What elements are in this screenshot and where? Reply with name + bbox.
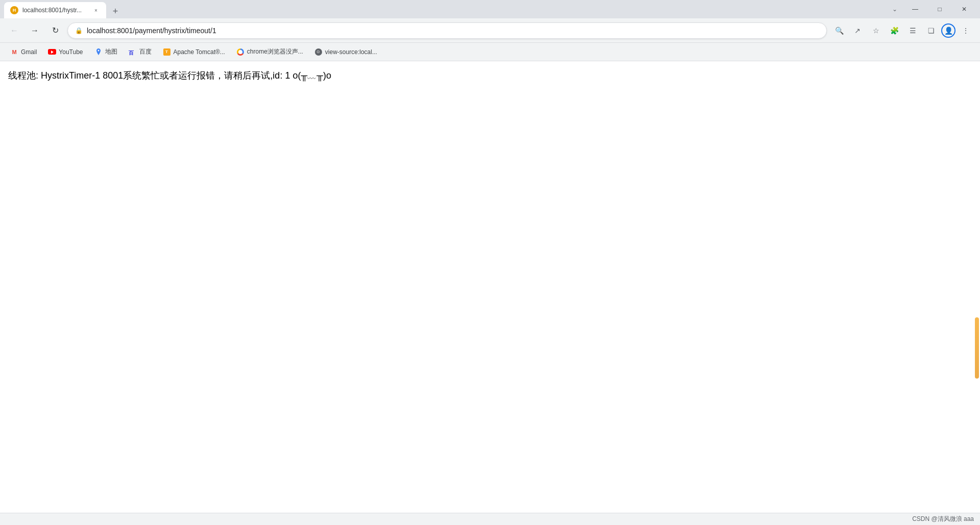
- gmail-favicon: M: [10, 48, 18, 56]
- status-bar: CSDN @清风微浪 aaa: [0, 513, 980, 525]
- title-bar-extras: ⌄: [892, 6, 897, 13]
- bookmark-star-button[interactable]: ☆: [868, 22, 884, 39]
- svg-text:百: 百: [129, 50, 134, 56]
- reload-button[interactable]: ↻: [47, 22, 63, 39]
- bookmark-gmail-label: Gmail: [21, 48, 37, 56]
- sidebar-button[interactable]: ❏: [923, 22, 939, 39]
- title-bar: H localhost:8001/hystr... × + ⌄ — □ ✕: [0, 0, 980, 18]
- reading-list-button[interactable]: ☰: [904, 22, 921, 39]
- address-lock-icon: 🔒: [75, 27, 83, 34]
- tab-close-button[interactable]: ×: [92, 6, 100, 14]
- viewsource-favicon: ⊙: [314, 48, 323, 56]
- scrollbar-track: [974, 62, 980, 525]
- bookmark-chrome-settings[interactable]: chrome浏览器没声...: [231, 45, 308, 59]
- share-icon-button[interactable]: ↗: [849, 22, 866, 39]
- bookmark-baidu-label: 百度: [139, 47, 152, 56]
- maps-favicon: [94, 48, 103, 56]
- forward-button[interactable]: →: [27, 22, 43, 39]
- page-main-text: 线程池: HystrixTimer-1 8001系统繁忙或者运行报错，请稍后再试…: [8, 68, 972, 83]
- profile-button[interactable]: 👤: [941, 23, 955, 38]
- svg-point-0: [97, 49, 99, 51]
- bookmark-tomcat-label: Apache Tomcat®...: [174, 48, 225, 56]
- back-button[interactable]: ←: [6, 22, 22, 39]
- scrollbar-thumb[interactable]: [975, 317, 979, 379]
- bookmark-viewsource[interactable]: ⊙ view-source:local...: [309, 45, 382, 59]
- bookmark-youtube-label: YouTube: [59, 48, 83, 56]
- minimize-button[interactable]: —: [903, 0, 927, 18]
- address-bar[interactable]: 🔒 localhost:8001/payment/hystrix/timeout…: [67, 22, 827, 39]
- youtube-favicon: [48, 48, 56, 56]
- browser-window: H localhost:8001/hystr... × + ⌄ — □ ✕ ← …: [0, 0, 980, 525]
- chrome-settings-favicon: [236, 48, 244, 56]
- tab-favicon: H: [10, 6, 18, 14]
- search-icon-button[interactable]: 🔍: [831, 22, 847, 39]
- window-controls: — □ ✕: [903, 0, 976, 18]
- bookmark-viewsource-label: view-source:local...: [325, 48, 377, 56]
- menu-button[interactable]: ⋮: [958, 22, 974, 39]
- address-text: localhost:8001/payment/hystrix/timeout/1: [87, 27, 819, 35]
- toolbar-actions: 🔍 ↗ ☆ 🧩 ☰ ❏ 👤 ⋮: [831, 22, 974, 39]
- new-tab-button[interactable]: +: [108, 4, 122, 18]
- tab-strip: H localhost:8001/hystr... × +: [4, 0, 890, 18]
- tab-title: localhost:8001/hystr...: [22, 7, 88, 14]
- page-content: 线程池: HystrixTimer-1 8001系统繁忙或者运行报错，请稍后再试…: [0, 61, 980, 513]
- bookmark-gmail[interactable]: M Gmail: [5, 45, 42, 59]
- bookmark-chrome-settings-label: chrome浏览器没声...: [247, 47, 303, 56]
- active-tab[interactable]: H localhost:8001/hystr... ×: [4, 2, 106, 18]
- toolbar: ← → ↻ 🔒 localhost:8001/payment/hystrix/t…: [0, 18, 980, 43]
- bookmark-maps-label: 地图: [105, 47, 117, 56]
- bookmarks-bar: M Gmail YouTube 地图 百: [0, 43, 980, 61]
- bookmark-youtube[interactable]: YouTube: [43, 45, 88, 59]
- minimize-tabs-icon[interactable]: ⌄: [892, 6, 897, 13]
- bookmark-maps[interactable]: 地图: [89, 45, 122, 59]
- tomcat-favicon: T: [163, 48, 171, 56]
- extensions-button[interactable]: 🧩: [886, 22, 902, 39]
- bookmark-baidu[interactable]: 百 百度: [124, 45, 157, 59]
- status-text: CSDN @清风微浪 aaa: [912, 515, 974, 523]
- close-button[interactable]: ✕: [952, 0, 976, 18]
- bookmark-tomcat[interactable]: T Apache Tomcat®...: [158, 45, 230, 59]
- baidu-favicon: 百: [129, 48, 137, 56]
- maximize-button[interactable]: □: [928, 0, 951, 18]
